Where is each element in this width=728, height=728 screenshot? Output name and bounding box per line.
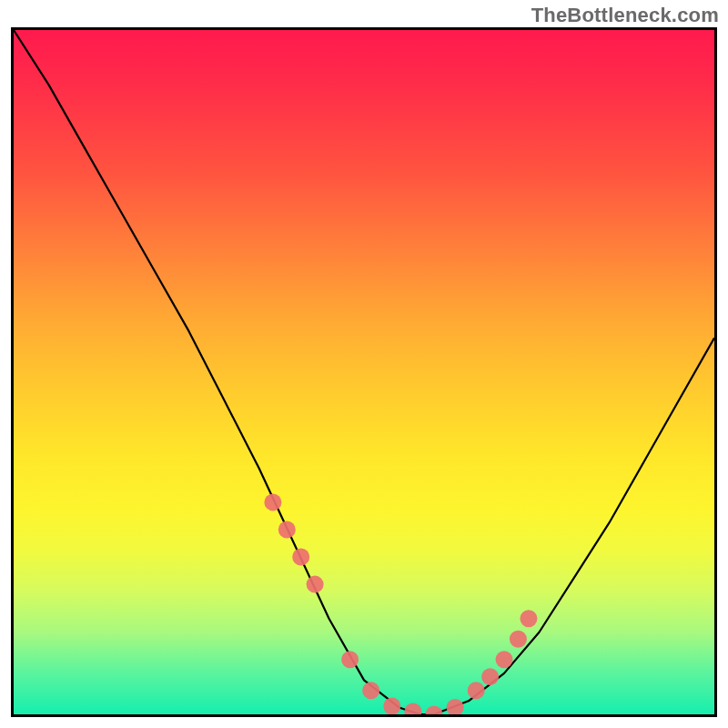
chart-container: TheBottleneck.com xyxy=(0,0,728,728)
watermark-text: TheBottleneck.com xyxy=(531,4,719,27)
plot-frame xyxy=(11,27,717,717)
plot-background-gradient xyxy=(14,30,714,714)
